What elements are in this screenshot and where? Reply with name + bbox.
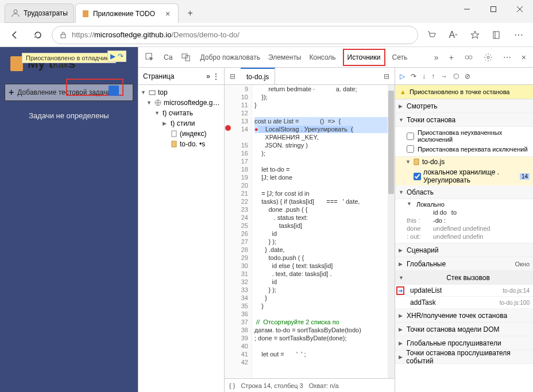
tree-index[interactable]: (индекс) [138,129,224,139]
close-icon[interactable]: × [163,9,172,18]
titlebar: Трудозатраты Приложение TODO × + [0,0,533,23]
tree-domain[interactable]: ▼microsoftedge.g… [138,98,224,108]
resume-button[interactable]: ▷ [400,72,405,80]
resume-icon[interactable]: ▶ [110,52,115,60]
debug-paused-overlay: Приостановлено в отладчике [22,53,116,63]
back-button[interactable] [6,26,24,44]
navigator-header: Страница » ⋮ [138,68,224,85]
add-task-input[interactable]: + Добавление тестовой задачи 1 [5,84,133,101]
url-input[interactable]: https://microsoftedge.github.io/Demos/de… [52,26,418,44]
debugger-toolbar: ▷ ↷ ↓ ↑ → ⬡ ⊘ [395,68,533,85]
section-global[interactable]: ▶ГлобальныеОкно [395,257,533,271]
tab-background[interactable]: Трудозатраты [5,3,74,23]
shopping-icon[interactable] [423,26,440,44]
code-lines: return bedmate · a. date; }); } cost u a… [252,85,395,378]
tree-top[interactable]: ▼top [138,87,224,98]
section-dom-bp[interactable]: ▶Точки останова модели DOM [395,323,533,336]
document-icon [82,10,90,18]
tab-sa[interactable]: Са [163,51,173,64]
navigator-menu-icon[interactable]: ⋮ [213,72,219,80]
current-frame-icon: ➔ [396,286,404,295]
svg-point-13 [469,56,472,59]
step-into-icon[interactable]: ↓ [422,72,426,80]
callstack-row-current[interactable]: ➔ updateList to-do.js:14 [395,285,533,297]
svg-point-0 [14,10,17,13]
address-bar: https://microsoftedge.github.io/Demos/de… [0,23,533,47]
step-icon[interactable]: → [441,72,447,80]
menu-button[interactable]: ⋯ [510,26,527,44]
issues-icon[interactable] [462,53,476,62]
nav-left-icon[interactable]: ⊟ [225,72,241,80]
bp-file-row[interactable]: ▼to-do.js [395,157,533,167]
navigator-pane: Страница » ⋮ ▼top ▼microsoftedge.g… ▼t) … [138,68,225,392]
section-callstack[interactable]: ▼Стек вызовов [395,271,533,285]
more-tabs-icon[interactable]: » [432,53,441,62]
step-out-icon[interactable]: ↑ [431,72,435,80]
page-preview: Приостановлено в отладчике ▶ ↷ My tКакs … [0,47,138,392]
minimize-button[interactable] [454,0,480,18]
section-xhr[interactable]: ▶XHR/получение точек останова [395,309,533,323]
debug-overlay-controls[interactable]: ▶ ↷ [107,51,126,62]
collections-icon[interactable] [488,26,505,44]
bp-uncaught-row[interactable]: Приостановка неухваченных исключений [407,128,530,144]
nav-right-icon[interactable]: ⊟ [378,72,395,80]
section-watch[interactable]: ▶Смотреть [395,99,533,113]
profile-icon [11,9,20,18]
chevron-right-icon[interactable]: » [206,72,210,80]
scope-body: ▼Локально id doto this :-do : doneundefi… [395,199,533,243]
navigator-title: Страница [143,72,174,80]
paused-message: ▲ Приостановлено в точке останова [395,85,533,99]
tab-console[interactable]: Консоль [308,51,337,64]
maximize-button[interactable] [480,0,507,18]
refresh-button[interactable] [29,26,47,44]
step-over-icon[interactable]: ↷ [411,72,416,80]
svg-rect-7 [493,32,499,38]
scope-local[interactable]: ▼Локально [407,200,530,208]
file-tab-todo[interactable]: to-do.js [241,68,275,84]
tree-file-todo[interactable]: to-do. •s [138,139,224,149]
devtools-close-icon[interactable]: × [519,53,528,62]
svg-rect-16 [172,131,176,137]
code-editor[interactable]: 9101112131415161718192021222324252627282… [225,85,395,378]
bp-hit-row[interactable]: локальное хранилище . Урегулировать14 [395,167,533,185]
pause-exceptions-icon[interactable]: ⊘ [465,72,470,80]
inspect-icon[interactable] [143,53,157,62]
section-event-bp[interactable]: ▶Точки останова прослушивателя событий [395,350,533,364]
section-breakpoints[interactable]: ▼Точки останова [395,113,533,127]
svg-point-14 [487,56,489,59]
devtools-menu-icon[interactable]: ⋯ [501,53,513,62]
tab-welcome[interactable]: Добро пожаловать [199,51,261,64]
submit-button[interactable] [109,86,119,96]
tab-elements[interactable]: Элементы [267,51,303,64]
tree-folder-2[interactable]: ▶t) стили [138,118,224,129]
favorite-icon[interactable] [466,26,484,44]
section-listeners[interactable]: ▶Глобальные прослушиватели [395,336,533,350]
section-scope[interactable]: ▼Область [395,185,533,199]
warning-icon: ▲ [400,88,406,95]
svg-rect-3 [491,7,496,12]
tab-active[interactable]: Приложение TODO × [75,3,179,23]
close-button[interactable] [507,0,533,18]
tab-label: Трудозатраты [24,9,68,17]
tree-folder-1[interactable]: ▼t) считать [138,108,224,118]
window-controls [454,0,533,18]
deactivate-bp-icon[interactable]: ⬡ [453,72,459,80]
svg-rect-6 [61,34,65,38]
add-tab-icon[interactable]: + [447,53,456,62]
device-icon[interactable] [179,53,193,62]
editor-scrollbar[interactable] [388,85,395,378]
step-icon[interactable]: ↷ [118,52,123,60]
callstack-row[interactable]: addTask to-do.js:100 [395,297,533,309]
tab-sources[interactable]: Источники [343,49,385,66]
tab-network[interactable]: Сеть [391,51,409,64]
breakpoints-body: Приостановка неухваченных исключений При… [395,127,533,157]
settings-icon[interactable] [481,53,495,62]
plus-icon: + [9,87,14,98]
breakpoint-gutter[interactable] [225,85,231,378]
section-script[interactable]: ▶Сценарий [395,243,533,257]
bp-caught-row[interactable]: Приостановка перехвата исключений [407,144,530,154]
reader-icon[interactable]: A» [445,26,462,44]
debugger-pane: ▷ ↷ ↓ ↑ → ⬡ ⊘ ▲ Приостановлено в точке о… [395,68,533,392]
new-tab-button[interactable]: + [182,5,198,21]
breakpoint-marker[interactable] [225,125,231,131]
